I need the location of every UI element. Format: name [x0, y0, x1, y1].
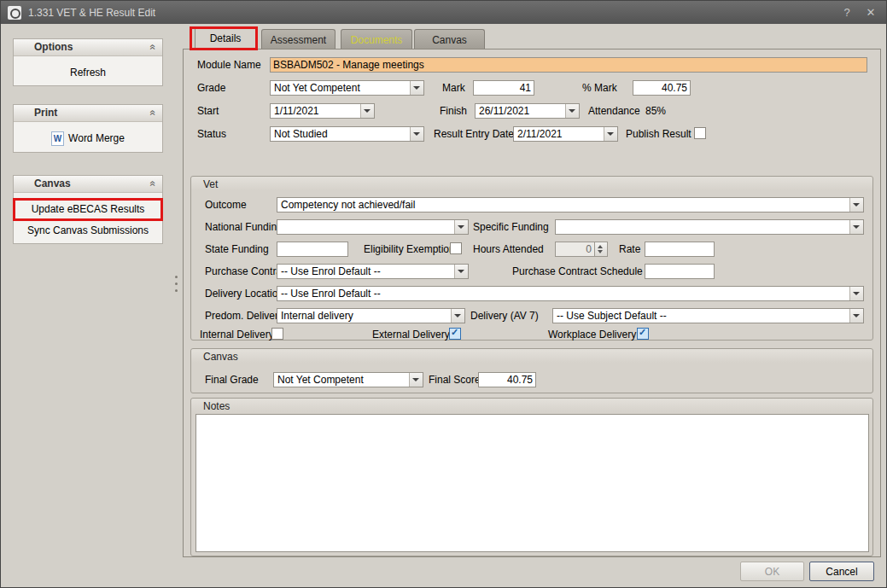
- workplace-delivery-label: Workplace Delivery: [548, 329, 636, 341]
- print-panel-header[interactable]: Print «: [14, 105, 162, 122]
- hours-attended-spinner[interactable]: 0: [555, 242, 608, 257]
- module-name-label: Module Name: [197, 59, 261, 71]
- purchase-contract-schedule-field[interactable]: [645, 264, 715, 279]
- collapse-chevron-icon[interactable]: «: [148, 110, 160, 116]
- national-funding-label: National Funding: [205, 221, 283, 233]
- finish-date-combo[interactable]: 26/11/2021: [475, 103, 580, 119]
- details-tab-page: Module Name Grade Not Yet Competent Mark…: [183, 49, 881, 557]
- canvas-group-title: Canvas: [203, 351, 238, 363]
- final-score-field[interactable]: [478, 372, 536, 387]
- start-label: Start: [197, 105, 219, 117]
- national-funding-combo[interactable]: [277, 219, 469, 235]
- dropdown-arrow-icon[interactable]: [409, 373, 423, 387]
- dropdown-arrow-icon[interactable]: [410, 127, 423, 141]
- external-delivery-checkbox[interactable]: [449, 328, 461, 340]
- status-combo-value: Not Studied: [274, 127, 408, 141]
- tab-canvas[interactable]: Canvas: [414, 29, 485, 49]
- status-label: Status: [197, 128, 226, 140]
- notes-group: Notes: [190, 398, 873, 556]
- pct-mark-label: % Mark: [582, 82, 617, 94]
- sync-canvas-submissions-button[interactable]: Sync Canvas Submissions: [14, 220, 162, 242]
- dropdown-arrow-icon[interactable]: [849, 309, 863, 323]
- update-ebecas-results-button[interactable]: Update eBECAS Results: [14, 199, 162, 220]
- options-panel: Options « Refresh: [13, 38, 163, 86]
- purchase-contract-combo[interactable]: -- Use Enrol Default --: [277, 264, 469, 279]
- dropdown-arrow-icon[interactable]: [454, 220, 468, 234]
- outcome-label: Outcome: [205, 199, 247, 211]
- dialog-window: 1.331 VET & HE Result Edit ? ✕ Options «…: [0, 0, 887, 588]
- result-entry-date-combo[interactable]: 2/11/2021: [513, 126, 618, 142]
- dropdown-arrow-icon[interactable]: [849, 198, 863, 212]
- dropdown-arrow-icon[interactable]: [849, 287, 863, 300]
- delivery-location-combo[interactable]: -- Use Enrol Default --: [277, 286, 864, 301]
- word-merge-button[interactable]: W Word Merge: [14, 128, 162, 149]
- external-delivery-label: External Delivery: [372, 329, 450, 341]
- canvas-group: Canvas Final Grade Not Yet Competent Fin…: [190, 348, 873, 393]
- predom-delivery-combo[interactable]: Internal delivery: [277, 308, 465, 323]
- tab-documents[interactable]: Documents: [341, 29, 412, 49]
- collapse-chevron-icon[interactable]: «: [148, 44, 160, 50]
- title-bar: 1.331 VET & HE Result Edit ? ✕: [1, 1, 886, 24]
- notes-textarea[interactable]: [195, 414, 869, 552]
- spin-up-icon[interactable]: [598, 245, 603, 248]
- eligibility-exemption-checkbox[interactable]: [450, 242, 462, 254]
- start-date-combo[interactable]: 1/11/2021: [270, 103, 375, 119]
- mark-label: Mark: [442, 82, 465, 94]
- tab-assessment[interactable]: Assessment: [261, 29, 336, 49]
- notes-group-title: Notes: [203, 400, 230, 412]
- pct-mark-field[interactable]: [633, 80, 691, 96]
- main-panel: Details Assessment Documents Canvas Modu…: [183, 26, 881, 557]
- canvas-panel: Canvas « Update eBECAS Results Sync Canv…: [13, 175, 163, 244]
- outcome-combo-value: Competency not achieved/fail: [281, 198, 848, 212]
- final-score-label: Final Score: [429, 374, 481, 386]
- outcome-combo[interactable]: Competency not achieved/fail: [277, 197, 864, 212]
- app-icon: [8, 6, 21, 20]
- splitter-handle[interactable]: [173, 274, 178, 301]
- dropdown-arrow-icon[interactable]: [604, 127, 617, 141]
- spin-down-icon[interactable]: [598, 250, 603, 253]
- purchase-contract-schedule-label: Purchase Contract Schedule: [512, 265, 643, 277]
- spinner-buttons[interactable]: [594, 242, 607, 256]
- help-button[interactable]: ?: [838, 6, 855, 19]
- internal-delivery-checkbox[interactable]: [271, 328, 283, 340]
- tab-strip: Details Assessment Documents Canvas: [183, 26, 881, 49]
- dropdown-arrow-icon[interactable]: [565, 104, 579, 118]
- tab-details[interactable]: Details: [195, 26, 256, 49]
- status-combo[interactable]: Not Studied: [270, 126, 424, 142]
- national-funding-value: [281, 220, 452, 234]
- canvas-panel-header[interactable]: Canvas «: [14, 176, 162, 193]
- specific-funding-combo[interactable]: [555, 219, 864, 235]
- dropdown-arrow-icon[interactable]: [360, 104, 374, 118]
- dropdown-arrow-icon[interactable]: [849, 220, 863, 234]
- cancel-button[interactable]: Cancel: [809, 562, 874, 581]
- attendance-value: 85%: [645, 105, 666, 117]
- dropdown-arrow-icon[interactable]: [451, 309, 464, 323]
- purchase-contract-value: -- Use Enrol Default --: [281, 265, 452, 278]
- workplace-delivery-checkbox[interactable]: [637, 328, 649, 340]
- window-title: 1.331 VET & HE Result Edit: [28, 7, 155, 19]
- grade-combo-value: Not Yet Competent: [274, 81, 408, 95]
- rate-field[interactable]: [645, 242, 715, 257]
- grade-combo[interactable]: Not Yet Competent: [270, 80, 424, 96]
- dropdown-arrow-icon[interactable]: [454, 265, 468, 278]
- close-button[interactable]: ✕: [862, 6, 879, 19]
- options-panel-header[interactable]: Options «: [14, 39, 162, 56]
- publish-result-checkbox[interactable]: [694, 127, 706, 139]
- word-merge-label: Word Merge: [68, 128, 125, 149]
- state-funding-label: State Funding: [205, 243, 269, 255]
- delivery-av7-value: -- Use Subject Default --: [557, 309, 848, 323]
- ok-button[interactable]: OK: [740, 562, 804, 581]
- dropdown-arrow-icon[interactable]: [410, 81, 423, 95]
- canvas-panel-body: Update eBECAS Results Sync Canvas Submis…: [14, 193, 162, 242]
- vet-group: Vet Outcome Competency not achieved/fail…: [190, 176, 873, 341]
- attendance-label: Attendance: [588, 105, 640, 117]
- module-name-field[interactable]: [270, 57, 867, 73]
- final-grade-combo[interactable]: Not Yet Competent: [273, 372, 423, 387]
- mark-field[interactable]: [473, 80, 534, 96]
- grade-label: Grade: [197, 82, 225, 94]
- refresh-button[interactable]: Refresh: [14, 62, 162, 84]
- final-grade-label: Final Grade: [205, 374, 259, 386]
- collapse-chevron-icon[interactable]: «: [148, 181, 160, 187]
- delivery-av7-combo[interactable]: -- Use Subject Default --: [552, 308, 864, 323]
- state-funding-field[interactable]: [277, 242, 348, 257]
